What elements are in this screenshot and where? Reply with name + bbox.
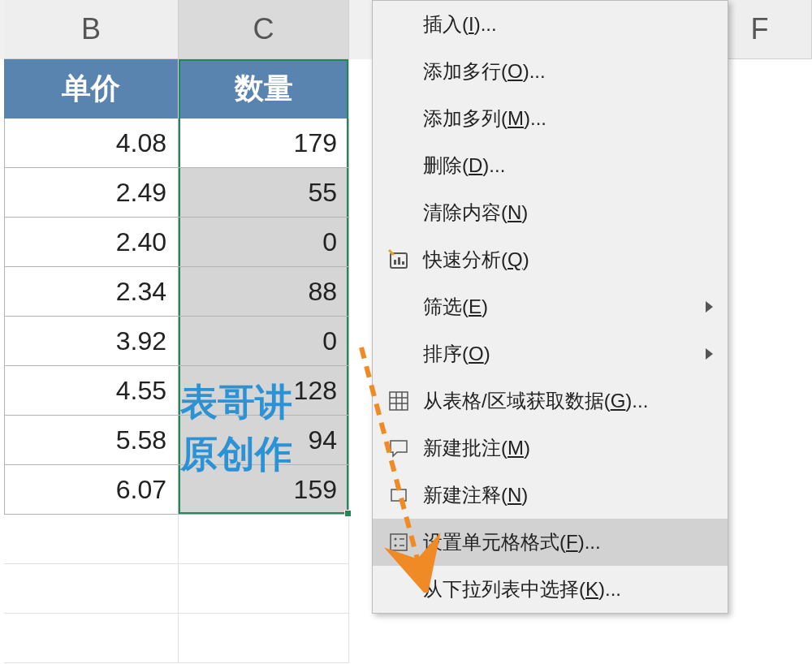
menu-insert[interactable]: 插入(I)... <box>373 1 728 48</box>
quick-analysis-icon <box>386 247 412 273</box>
cell-b[interactable]: 2.40 <box>4 218 179 267</box>
menu-new-comment[interactable]: 新建批注(M) <box>373 425 728 472</box>
svg-text:+: + <box>393 485 399 490</box>
header-quantity[interactable]: 数量 <box>179 59 349 119</box>
cell-c[interactable]: 55 <box>179 168 349 218</box>
submenu-arrow-icon <box>706 348 713 360</box>
cell-c[interactable]: 88 <box>179 267 349 317</box>
column-header-c[interactable]: C <box>179 0 349 59</box>
svg-rect-11 <box>391 534 407 550</box>
menu-new-note[interactable]: + 新建注释(N) <box>373 472 728 519</box>
menu-delete[interactable]: 删除(D)... <box>373 142 728 189</box>
svg-point-13 <box>395 545 397 547</box>
comment-icon <box>386 435 412 461</box>
svg-point-12 <box>395 538 397 541</box>
cell-c[interactable]: 0 <box>179 317 349 366</box>
menu-quick-analysis[interactable]: 快速分析(Q) <box>373 236 728 283</box>
menu-sort[interactable]: 排序(O) <box>373 330 728 377</box>
submenu-arrow-icon <box>706 301 713 313</box>
svg-rect-1 <box>394 260 396 265</box>
svg-rect-2 <box>398 257 400 265</box>
cell-b[interactable]: 4.08 <box>4 119 179 168</box>
context-menu: 插入(I)... 添加多行(O)... 添加多列(M)... 删除(D)... … <box>372 0 728 614</box>
svg-rect-3 <box>402 261 404 265</box>
cell-c[interactable]: 94 <box>179 416 349 465</box>
menu-pick-list[interactable]: 从下拉列表中选择(K)... <box>373 566 728 613</box>
note-icon: + <box>386 482 412 508</box>
cell-b[interactable]: 6.07 <box>4 465 179 515</box>
menu-filter[interactable]: 筛选(E) <box>373 283 728 330</box>
cell-b[interactable]: 2.34 <box>4 267 179 317</box>
menu-add-cols[interactable]: 添加多列(M)... <box>373 95 728 142</box>
cell-c[interactable]: 128 <box>179 366 349 416</box>
cell-c[interactable]: 0 <box>179 218 349 267</box>
menu-format-cells[interactable]: 设置单元格格式(F)... <box>373 519 728 566</box>
cell-c[interactable]: 159 <box>179 465 349 515</box>
header-price[interactable]: 单价 <box>4 59 179 119</box>
table-icon <box>386 388 412 414</box>
cell-b[interactable]: 3.92 <box>4 317 179 366</box>
svg-rect-9 <box>391 489 406 501</box>
fill-handle[interactable] <box>344 510 352 517</box>
format-cells-icon <box>386 529 412 555</box>
cell-b[interactable]: 2.49 <box>4 168 179 218</box>
cell-c[interactable]: 179 <box>179 119 349 168</box>
menu-clear[interactable]: 清除内容(N) <box>373 189 728 236</box>
cell-b[interactable]: 5.58 <box>4 416 179 465</box>
menu-add-rows[interactable]: 添加多行(O)... <box>373 48 728 95</box>
menu-get-data[interactable]: 从表格/区域获取数据(G)... <box>373 377 728 425</box>
svg-rect-4 <box>390 392 408 410</box>
column-header-b[interactable]: B <box>4 0 179 59</box>
cell-b[interactable]: 4.55 <box>4 366 179 416</box>
